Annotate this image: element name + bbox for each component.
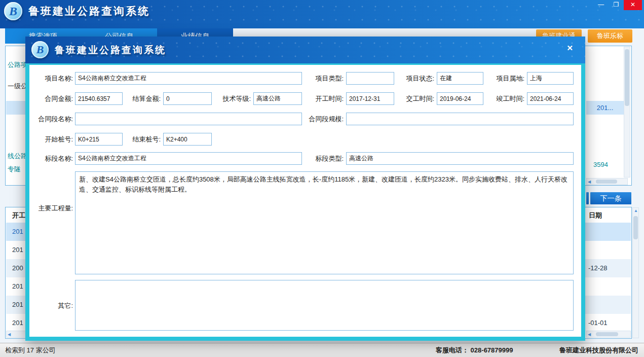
dialog-close-icon[interactable]: ✕ <box>566 44 573 53</box>
status-bar: 检索到 17 家公司 客服电话： 028-67879999 鲁班建业科技股份有限… <box>0 343 644 357</box>
titlebar: B 鲁班建业公路查询系统 — ❐ ✕ <box>0 0 644 28</box>
service-phone: 客服电话： 028-67879999 <box>436 343 513 357</box>
completion-date-input[interactable] <box>527 92 574 105</box>
end-stake-label: 结束桩号: <box>126 133 161 146</box>
result-count: 检索到 17 家公司 <box>5 343 56 357</box>
prev-record-button-edge[interactable] <box>586 192 589 204</box>
start-date-input[interactable] <box>346 92 394 105</box>
column-header-date[interactable]: 日期 <box>589 208 602 223</box>
cell-start: 201 <box>12 241 23 259</box>
scrollbar-thumb[interactable] <box>596 332 618 336</box>
main-quantity-textarea[interactable]: 新、改建S4公路南桥立交匝道，总长度约3508米，局部高速公路主线拓宽改造，长-… <box>75 171 574 274</box>
cell-date: -01-01 <box>588 314 608 332</box>
settlement-amount-label: 结算金额: <box>126 92 161 105</box>
app-title: 鲁班建业公路查询系统 <box>28 0 150 22</box>
project-location-label: 项目属地: <box>484 72 524 85</box>
tech-grade-input[interactable] <box>253 92 302 105</box>
project-name-input[interactable] <box>75 72 302 85</box>
dialog-title: 鲁班建业公路查询系统 <box>55 37 166 63</box>
tech-grade-label: 技术等级: <box>216 92 251 105</box>
main-quantity-label: 主要工程量: <box>33 202 73 215</box>
section-name-label: 标段名称: <box>33 152 73 165</box>
cell-start: 201 <box>12 277 23 296</box>
cell-start: 201 <box>12 314 23 332</box>
selected-row[interactable]: 201... <box>586 101 624 115</box>
project-type-input[interactable] <box>346 72 394 85</box>
handover-date-label: 交工时间: <box>397 92 434 105</box>
other-label: 其它: <box>33 299 73 312</box>
project-type-label: 项目类型: <box>306 72 344 85</box>
section-type-label: 标段类型: <box>306 152 344 165</box>
project-status-label: 项目状态: <box>397 72 434 85</box>
settlement-amount-input[interactable] <box>163 92 212 105</box>
scroll-up-icon[interactable]: ▲ <box>633 208 639 214</box>
project-location-input[interactable] <box>527 72 574 85</box>
close-icon[interactable]: ✕ <box>624 0 642 10</box>
company-name: 鲁班建业科技股份有限公司 <box>559 343 638 357</box>
handover-date-input[interactable] <box>437 92 483 105</box>
horizontal-scrollbar[interactable]: ◀ <box>586 331 631 338</box>
section-type-input[interactable] <box>346 152 574 165</box>
start-stake-input[interactable] <box>75 133 123 146</box>
cell-start: 201 <box>12 223 23 241</box>
contract-amount-label: 合同金额: <box>33 92 73 105</box>
scroll-left-icon[interactable]: ◀ <box>587 331 592 338</box>
sidebar-item[interactable]: 专隧 <box>8 165 21 174</box>
luban-logo-icon: B <box>4 2 22 20</box>
sidebar-item[interactable]: 公路项 <box>8 60 27 69</box>
cell-date: -12-28 <box>588 259 608 277</box>
column-header-start[interactable]: 开工 <box>12 208 25 223</box>
completion-date-label: 竣工时间: <box>484 92 524 105</box>
dialog-body: 项目名称: 项目类型: 项目状态: 项目属地: 合同金额: 结算金额: 技术等级… <box>29 65 581 337</box>
maximize-icon[interactable]: ❐ <box>609 0 624 10</box>
selected-row-value: 201... <box>597 104 614 112</box>
sidebar-item[interactable]: 一级公 <box>8 82 27 91</box>
dialog-header: B 鲁班建业公路查询系统 ✕ <box>25 37 585 63</box>
sidebar-item[interactable]: 线公路 <box>8 152 27 161</box>
start-date-label: 开工时间: <box>306 92 344 105</box>
project-status-input[interactable] <box>437 72 483 85</box>
scrollbar-thumb[interactable] <box>625 49 629 106</box>
metric-value: 3594 <box>593 161 608 168</box>
logo-letter: B <box>9 5 17 18</box>
contract-amount-input[interactable] <box>75 92 123 105</box>
window-controls: — ❐ ✕ <box>593 0 642 10</box>
luban-lebiao-button[interactable]: 鲁班乐标 <box>588 29 632 43</box>
cell-start: 201 <box>12 296 23 314</box>
app-window: B 鲁班建业公路查询系统 — ❐ ✕ 搜索选项 公司信息 业绩信息 鲁班建业通 … <box>0 0 644 357</box>
logo-letter: B <box>36 43 44 56</box>
start-stake-label: 开始桩号: <box>33 133 73 146</box>
end-stake-input[interactable] <box>163 133 212 146</box>
project-name-label: 项目名称: <box>33 72 73 85</box>
other-textarea[interactable] <box>75 280 574 331</box>
scroll-left-icon[interactable]: ◀ <box>7 331 12 338</box>
contract-section-name-input[interactable] <box>75 113 302 125</box>
scrollbar-thumb[interactable] <box>596 180 617 184</box>
minimize-icon[interactable]: — <box>593 0 609 10</box>
contract-section-scale-label: 合同段规模: <box>300 113 344 125</box>
section-name-input[interactable] <box>75 152 302 165</box>
scrollbar-thumb[interactable] <box>633 216 638 239</box>
contract-section-name-label: 合同段名称: <box>33 113 73 125</box>
cell-start: 200 <box>12 259 23 277</box>
performance-detail-dialog: B 鲁班建业公路查询系统 ✕ 项目名称: 项目类型: 项目状态: 项目属地: 合… <box>25 37 585 341</box>
luban-logo-icon: B <box>31 41 49 58</box>
scroll-left-icon[interactable]: ◀ <box>587 178 592 185</box>
next-record-button[interactable]: 下一条 <box>590 192 631 204</box>
vertical-scrollbar[interactable] <box>624 47 630 177</box>
vertical-scrollbar[interactable]: ▲ <box>632 207 639 338</box>
horizontal-scrollbar[interactable]: ◀ <box>586 178 628 185</box>
contract-section-scale-input[interactable] <box>346 113 574 125</box>
